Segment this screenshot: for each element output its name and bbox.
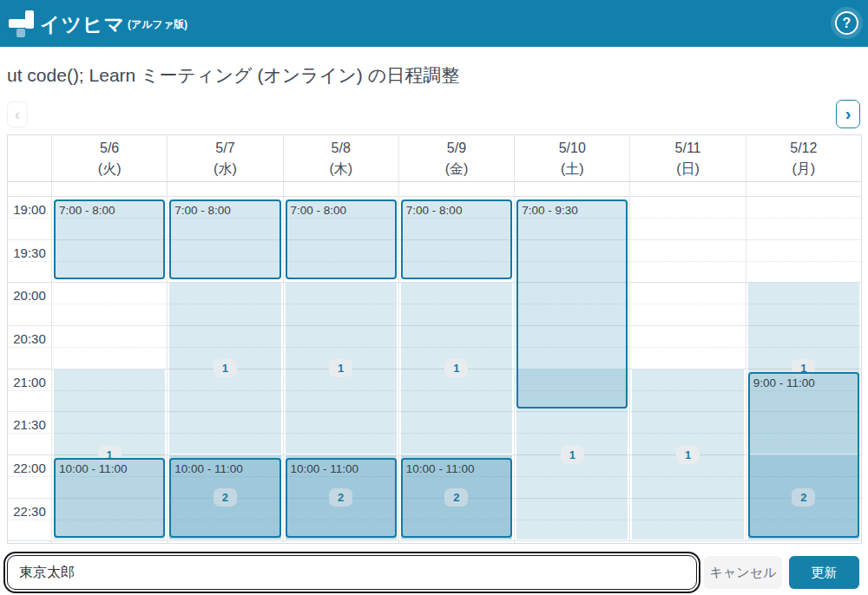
app-header: イツヒマ (アルファ版) ?: [0, 0, 868, 47]
timeslot-label: 10:00 - 11:00: [56, 460, 163, 475]
update-button[interactable]: 更新: [789, 556, 859, 589]
grid-body: 19:0019:3020:0020:3021:0021:3022:0022:30…: [8, 182, 861, 543]
time-label: 19:30: [8, 245, 51, 262]
day-header-weekday: (金): [445, 159, 469, 179]
cancel-button[interactable]: キャンセル: [704, 556, 782, 589]
timeslot-label: 10:00 - 11:00: [287, 460, 395, 475]
timeslot-label: 7:00 - 8:00: [287, 201, 395, 217]
availability-count-badge: 1: [444, 359, 468, 377]
day-header-date: 5/11: [675, 138, 701, 158]
day-column-5/8[interactable]: 127:00 - 8:0010:00 - 11:00: [284, 182, 398, 543]
day-header-date: 5/9: [447, 138, 466, 158]
prev-week-button[interactable]: ‹: [7, 101, 28, 128]
timeslot-label: 10:00 - 11:00: [403, 460, 510, 475]
day-column-5/12[interactable]: 129:00 - 11:00: [746, 182, 861, 543]
time-label: 22:00: [8, 460, 51, 477]
timeslot-label: 7:00 - 8:00: [403, 201, 510, 217]
timeslot-label: 7:00 - 8:00: [56, 201, 163, 217]
selected-timeslot[interactable]: 7:00 - 8:00: [286, 199, 397, 279]
availability-count-badge: 1: [561, 446, 584, 464]
day-header-5/7: 5/7(水): [167, 135, 282, 181]
day-header-date: 5/7: [215, 138, 234, 158]
availability-count-badge: 1: [676, 446, 700, 464]
timeslot-label: 10:00 - 11:00: [171, 460, 279, 475]
footer-bar: キャンセル 更新: [7, 555, 859, 590]
selected-timeslot[interactable]: 10:00 - 11:00: [169, 458, 280, 538]
selected-timeslot[interactable]: 7:00 - 8:00: [401, 199, 512, 279]
help-icon[interactable]: ?: [835, 11, 858, 35]
app-logo-icon: [9, 10, 35, 37]
selected-timeslot[interactable]: 7:00 - 8:00: [54, 199, 165, 279]
availability-count-badge: 1: [214, 359, 237, 377]
timeslot-label: 9:00 - 11:00: [750, 374, 858, 389]
timeslot-label: 7:00 - 9:30: [518, 201, 626, 217]
app-name: イツヒマ: [40, 11, 125, 38]
selected-timeslot[interactable]: 10:00 - 11:00: [54, 458, 165, 538]
time-axis-header-spacer: [8, 135, 51, 181]
time-label: 20:30: [8, 330, 51, 348]
day-column-5/7[interactable]: 127:00 - 8:0010:00 - 11:00: [168, 182, 282, 543]
time-label: 22:30: [8, 503, 51, 520]
day-header-weekday: (日): [676, 159, 700, 179]
day-column-5/9[interactable]: 127:00 - 8:0010:00 - 11:00: [399, 182, 514, 543]
time-label: 20:00: [8, 287, 51, 304]
day-header-5/10: 5/10(土): [514, 135, 629, 181]
selected-timeslot[interactable]: 10:00 - 11:00: [401, 458, 512, 538]
chevron-left-icon: ‹: [15, 105, 20, 124]
day-header-weekday: (水): [214, 159, 237, 179]
day-header-weekday: (木): [329, 159, 352, 179]
page-title: ut code(); Learn ミーティング (オンライン) の日程調整: [7, 63, 459, 88]
participant-name-input[interactable]: [7, 555, 697, 590]
grid-date-header-row: 5/6(火)5/7(水)5/8(木)5/9(金)5/10(土)5/11(日)5/…: [8, 135, 861, 182]
selected-timeslot[interactable]: 9:00 - 11:00: [748, 372, 859, 539]
app-version-badge: (アルファ版): [128, 17, 187, 32]
day-header-weekday: (月): [792, 159, 816, 179]
schedule-grid: 5/6(火)5/7(水)5/8(木)5/9(金)5/10(土)5/11(日)5/…: [7, 134, 862, 544]
chevron-right-icon: ›: [845, 104, 852, 124]
selected-timeslot[interactable]: 10:00 - 11:00: [286, 458, 397, 538]
day-header-date: 5/12: [790, 138, 817, 158]
day-column-5/11[interactable]: 1: [630, 182, 745, 543]
time-label: 19:00: [8, 201, 51, 219]
day-header-date: 5/8: [332, 138, 351, 158]
day-header-5/8: 5/8(木): [283, 135, 398, 181]
selected-timeslot[interactable]: 7:00 - 9:30: [516, 199, 628, 409]
time-label: 21:00: [8, 374, 51, 391]
day-header-5/11: 5/11(日): [629, 135, 745, 181]
day-header-5/9: 5/9(金): [398, 135, 514, 181]
time-label: 21:30: [8, 416, 51, 434]
day-header-5/6: 5/6(火): [51, 135, 167, 181]
day-header-date: 5/10: [559, 138, 586, 158]
selected-timeslot[interactable]: 7:00 - 8:00: [169, 199, 280, 279]
day-header-5/12: 5/12(月): [746, 135, 861, 181]
day-header-date: 5/6: [100, 138, 119, 158]
day-column-5/6[interactable]: 17:00 - 8:0010:00 - 11:00: [52, 182, 167, 543]
day-column-5/10[interactable]: 17:00 - 9:30: [515, 182, 629, 543]
next-week-button[interactable]: ›: [836, 100, 860, 128]
day-header-weekday: (土): [561, 159, 584, 179]
timeslot-label: 7:00 - 8:00: [171, 201, 279, 217]
day-header-weekday: (火): [98, 159, 122, 179]
availability-count-badge: 1: [329, 359, 352, 377]
